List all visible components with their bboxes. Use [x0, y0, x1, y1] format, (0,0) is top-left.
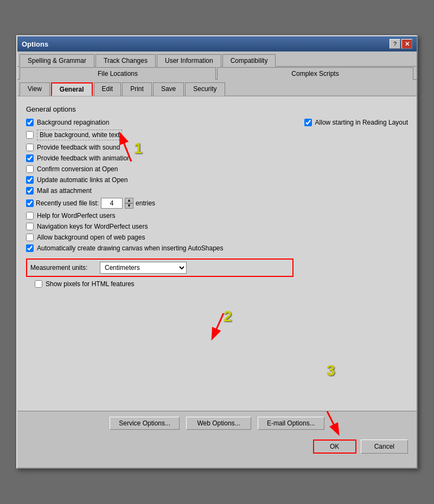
checkbox-mail-attachment-input[interactable]: [26, 187, 34, 195]
checkbox-mail-attachment-label: Mail as attachment: [37, 187, 92, 195]
close-button[interactable]: ✕: [401, 39, 412, 49]
title-bar: Options ? ✕: [17, 36, 417, 51]
entries-label: entries: [136, 199, 155, 207]
file-count-up[interactable]: ▲: [125, 198, 133, 203]
checkbox-bg-open-label: Allow background open of web pages: [37, 234, 145, 241]
checkbox-bg-repagination-input[interactable]: [26, 119, 34, 126]
checkbox-blue-bg: Blue background, white text: [26, 130, 293, 140]
svg-line-3: [213, 313, 224, 338]
file-count-down[interactable]: ▼: [125, 203, 133, 209]
checkbox-feedback-sound-input[interactable]: [26, 144, 34, 151]
checkbox-feedback-anim-input[interactable]: [26, 154, 34, 162]
checkbox-reading-layout-label: Allow starting in Reading Layout: [315, 119, 408, 126]
checkbox-feedback-sound: Provide feedback with sound: [26, 144, 293, 151]
ok-button[interactable]: OK: [313, 440, 356, 454]
checkbox-reading-layout-input[interactable]: [304, 119, 312, 126]
section-title: General options: [26, 105, 408, 113]
checkbox-bg-open-input[interactable]: [26, 234, 34, 241]
recently-used-label: Recently used file list:: [36, 199, 99, 207]
tab-complex-scripts[interactable]: Complex Scripts: [217, 67, 413, 80]
checkbox-nav-keys-label: Navigation keys for WordPerfect users: [37, 223, 148, 230]
options-left-column: Background repagination Blue background,…: [26, 119, 293, 288]
help-button[interactable]: ?: [390, 39, 400, 49]
checkbox-drawing-canvas-input[interactable]: [26, 244, 34, 252]
checkbox-update-links-label: Update automatic links at Open: [37, 176, 127, 184]
web-options-button[interactable]: Web Options...: [186, 417, 251, 430]
checkbox-nav-keys-input[interactable]: [26, 223, 34, 230]
cancel-button[interactable]: Cancel: [361, 440, 408, 454]
tab-general[interactable]: General: [51, 82, 93, 96]
title-bar-buttons: ? ✕: [390, 39, 412, 49]
tab-print[interactable]: Print: [122, 82, 152, 96]
checkbox-feedback-anim: Provide feedback with animation: [26, 154, 293, 162]
service-options-button[interactable]: Service Options...: [110, 417, 180, 430]
tab-save[interactable]: Save: [153, 82, 184, 96]
checkbox-drawing-canvas: Automatically create drawing canvas when…: [26, 244, 293, 252]
checkbox-bg-repagination-label: Background repagination: [37, 119, 109, 126]
checkbox-wordperfect-help-input[interactable]: [26, 212, 34, 219]
tab-security[interactable]: Security: [185, 82, 225, 96]
checkbox-recently-used-input[interactable]: [26, 199, 34, 207]
dialog-title: Options: [22, 40, 48, 48]
checkbox-confirm-conversion-input[interactable]: [26, 165, 34, 173]
checkbox-wordperfect-help: Help for WordPerfect users: [26, 212, 293, 219]
measurement-row: Measurement units: Centimeters Inches Mi…: [26, 259, 293, 277]
options-right-column: Allow starting in Reading Layout: [304, 119, 408, 288]
content-area: General options Background repagination …: [17, 96, 417, 411]
checkbox-show-pixels-label: Show pixels for HTML features: [46, 280, 135, 288]
checkbox-confirm-conversion-label: Confirm conversion at Open: [37, 165, 118, 173]
checkbox-update-links: Update automatic links at Open: [26, 176, 293, 184]
file-count-input[interactable]: [101, 198, 123, 209]
checkbox-bg-repagination: Background repagination: [26, 119, 293, 126]
tab-spelling-grammar[interactable]: Spelling & Grammar: [20, 54, 94, 67]
dialog-footer: OK Cancel: [17, 435, 417, 460]
checkbox-drawing-canvas-label: Automatically create drawing canvas when…: [37, 244, 224, 252]
bottom-buttons: Service Options... Web Options... E-mail…: [17, 411, 417, 435]
checkbox-recently-used: Recently used file list: ▲ ▼ entries: [26, 198, 293, 209]
checkbox-nav-keys: Navigation keys for WordPerfect users: [26, 223, 293, 230]
tab-edit[interactable]: Edit: [94, 82, 122, 96]
checkbox-update-links-input[interactable]: [26, 176, 34, 184]
tab-track-changes[interactable]: Track Changes: [95, 54, 156, 67]
annotation-3: 3: [327, 362, 335, 379]
checkbox-feedback-sound-label: Provide feedback with sound: [37, 144, 120, 151]
tab-compatibility[interactable]: Compatibility: [222, 54, 276, 67]
measurement-select[interactable]: Centimeters Inches Millimeters Points Pi…: [100, 262, 187, 274]
checkbox-feedback-anim-label: Provide feedback with animation: [37, 154, 131, 162]
tabs-row2: File Locations Complex Scripts: [17, 67, 417, 80]
checkbox-show-pixels-input[interactable]: [35, 280, 42, 288]
checkbox-mail-attachment: Mail as attachment: [26, 187, 293, 195]
checkbox-blue-bg-label: Blue background, white text: [37, 130, 122, 140]
measurement-label: Measurement units:: [30, 264, 95, 272]
checkbox-reading-layout: Allow starting in Reading Layout: [304, 119, 408, 126]
checkbox-show-pixels: Show pixels for HTML features: [35, 280, 293, 288]
checkboxes-group: Background repagination Blue background,…: [26, 119, 293, 252]
checkbox-confirm-conversion: Confirm conversion at Open: [26, 165, 293, 173]
tab-file-locations[interactable]: File Locations: [20, 67, 216, 80]
annotation-2: 2: [224, 308, 232, 325]
checkbox-bg-open: Allow background open of web pages: [26, 234, 293, 241]
tabs-row1: Spelling & Grammar Track Changes User In…: [17, 51, 417, 67]
checkbox-blue-bg-input[interactable]: [26, 131, 34, 139]
tab-user-information[interactable]: User Information: [157, 54, 221, 67]
email-options-button[interactable]: E-mail Options...: [258, 417, 324, 430]
tab-view[interactable]: View: [20, 82, 50, 96]
options-dialog: Options ? ✕ Spelling & Grammar Track Cha…: [16, 35, 418, 469]
checkbox-wordperfect-help-label: Help for WordPerfect users: [37, 212, 116, 219]
tabs-row3: View General Edit Print Save Security: [17, 80, 417, 96]
